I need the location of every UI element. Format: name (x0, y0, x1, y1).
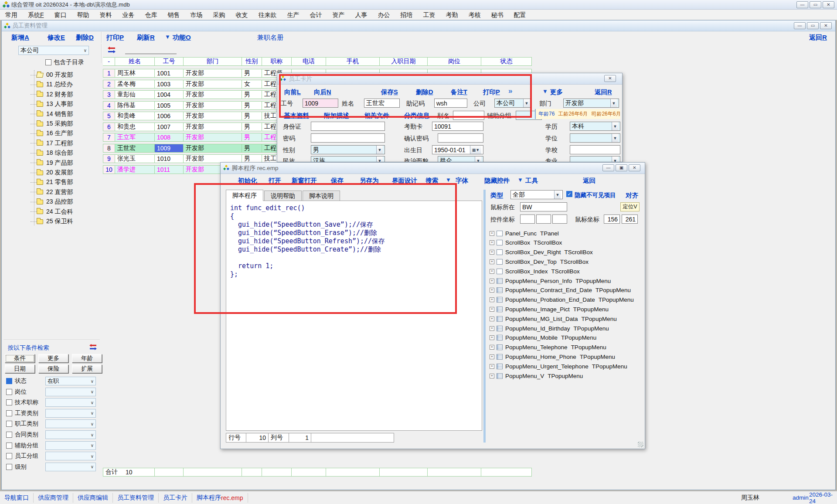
expand-plus-icon[interactable]: + (490, 374, 494, 378)
control-z-field[interactable] (552, 215, 567, 224)
control-tree-item[interactable]: + PopupMenu_V TPopupMenu (490, 371, 583, 380)
department-tree-item[interactable]: 00 开发部 (46, 71, 73, 79)
password-field[interactable] (311, 133, 385, 143)
menu-item[interactable]: 招培 (395, 10, 418, 20)
resize-grip[interactable] (638, 442, 643, 447)
control-tree-item[interactable]: + PopupMenu_Person_Info TPopupMenu (490, 276, 611, 285)
company-select[interactable]: 本公司 ∨ (18, 46, 89, 55)
control-tree-item[interactable]: + ScrollBox_Dev_Right TScrollBox (490, 248, 593, 257)
empno-cell[interactable]: 1008 (155, 133, 184, 142)
control-tree-item[interactable]: + PopupMenu_Home_Phone TPopupMenu (490, 352, 615, 361)
menu-item[interactable]: 帮助 (72, 10, 95, 20)
tools-button[interactable]: 工具 (525, 177, 538, 185)
empno-cell[interactable]: 1007 (155, 123, 184, 131)
back-button[interactable]: 返回R (809, 34, 827, 42)
column-header[interactable]: 电话 (292, 57, 326, 66)
open-button[interactable]: 打开 (269, 177, 281, 185)
department-tree-item[interactable]: 23 品控部 (46, 198, 73, 206)
idcard-field[interactable] (311, 122, 385, 131)
arrow-down-icon[interactable]: ▼ (446, 177, 451, 183)
empno-cell[interactable]: 1004 (155, 90, 184, 99)
menu-item[interactable]: 秘书 (486, 10, 509, 20)
filter-checkbox[interactable] (6, 421, 12, 427)
gender-cell[interactable]: 男 (242, 101, 262, 110)
mouse-at-field[interactable]: BW (520, 202, 567, 211)
tab-help[interactable]: 说明帮助 (264, 191, 302, 201)
column-header[interactable]: 手机 (326, 57, 380, 66)
roster-button[interactable]: 兼职名册 (257, 34, 283, 42)
card-more-button[interactable]: 更多 (550, 88, 563, 96)
major-field[interactable]: ▼ (570, 156, 620, 162)
chevrons-right-icon[interactable]: » (508, 87, 512, 95)
department-tree-item[interactable]: 24 工会科 (46, 208, 73, 216)
menu-item[interactable]: 考核 (463, 10, 486, 20)
column-header[interactable]: 性别 (242, 57, 262, 66)
gender-cell[interactable]: 男 (242, 154, 262, 163)
filter-select[interactable]: ∨ (45, 463, 96, 471)
expand-plus-icon[interactable]: + (490, 317, 494, 321)
column-header[interactable]: 状态 (481, 57, 532, 66)
card-save-button[interactable]: 保存S (381, 88, 398, 96)
menu-item[interactable]: 工资 (418, 10, 441, 20)
gender-cell[interactable]: 女 (242, 80, 262, 89)
expand-plus-icon[interactable]: + (490, 345, 494, 350)
gender-cell[interactable]: 男 (242, 112, 262, 120)
child-restore-icon[interactable]: ▭ (807, 22, 819, 29)
mouse-y-field[interactable]: 261 (622, 215, 638, 224)
nation-field[interactable]: 汉族▼ (311, 156, 385, 162)
tab-category-info[interactable]: 分类信息 (404, 112, 429, 120)
date-button[interactable]: 日期 (5, 364, 35, 373)
child-close-icon[interactable]: ✕ (820, 22, 832, 29)
child-minimize-icon[interactable]: — (794, 22, 806, 29)
control-tree-item[interactable]: + PopupMenu_Telephone TPopupMenu (490, 343, 606, 352)
dept-cell[interactable]: 开发部 (184, 123, 242, 131)
menu-item[interactable]: 仓库 (140, 10, 163, 20)
filter-checkbox[interactable] (6, 378, 12, 384)
alias-field[interactable] (453, 111, 484, 120)
filter-checkbox[interactable] (6, 399, 12, 405)
card-back-button[interactable]: 返回R (595, 88, 612, 96)
menu-item[interactable]: 生产 (282, 10, 305, 20)
mnemonic-field[interactable]: wsh (434, 99, 467, 108)
name-cell[interactable]: 陈伟基 (115, 101, 155, 110)
name-cell[interactable]: 和贵峰 (115, 112, 155, 120)
expand-plus-icon[interactable]: + (490, 288, 494, 293)
menu-item[interactable]: 采购 (208, 10, 231, 20)
condition-button[interactable]: 条件 (5, 354, 35, 363)
filter-checkbox[interactable] (6, 443, 12, 449)
filter-select[interactable]: ∨ (45, 419, 96, 428)
swap-sort-icon[interactable] (89, 344, 97, 350)
department-tree-item[interactable]: 25 保卫科 (46, 218, 73, 225)
script-minimize-icon[interactable]: — (602, 164, 614, 171)
control-tree-item[interactable]: + PopupMenu_Mobile TPopupMenu (490, 334, 596, 342)
menu-item[interactable]: 人事 (350, 10, 373, 20)
tab-script[interactable]: 脚本程序 (226, 190, 263, 201)
refresh-button[interactable]: 刷新R (137, 34, 155, 42)
control-x-field[interactable] (520, 215, 535, 224)
splitter-handle[interactable] (483, 190, 486, 443)
birthdate-field[interactable]: 1950-01-01▦▼ (432, 145, 483, 154)
save-button[interactable]: 保存 (331, 177, 344, 185)
name-cell[interactable]: 张光玉 (115, 154, 155, 163)
menu-item[interactable]: 资料 (95, 10, 117, 20)
filter-select[interactable]: 在职 ∨ (45, 377, 96, 385)
save-as-button[interactable]: 另存为 (360, 177, 379, 185)
script-back-button[interactable]: 返回 (583, 177, 595, 185)
department-tree-item[interactable]: 18 综合部 (46, 149, 73, 157)
filter-select[interactable]: ∨ (45, 441, 96, 450)
name-cell[interactable]: 周玉林 (115, 69, 155, 78)
gender-cell[interactable]: 男 (242, 90, 262, 99)
menu-item[interactable]: 考勤 (441, 10, 463, 20)
filter-select[interactable]: ∨ (45, 398, 96, 407)
expand-plus-icon[interactable]: + (490, 231, 494, 236)
function-button[interactable]: 功能O (173, 34, 191, 42)
filter-select[interactable]: ∨ (45, 409, 96, 418)
menu-item[interactable]: 系统F (23, 10, 49, 20)
name-cell[interactable]: 孟冬梅 (115, 80, 155, 89)
delete-button[interactable]: 删除D (76, 34, 94, 42)
tab-related-files[interactable]: 相关文件 (364, 112, 389, 120)
search-button[interactable]: 搜索 (425, 177, 438, 185)
expand-plus-icon[interactable]: + (490, 269, 494, 274)
maximize-icon[interactable]: ▭ (810, 1, 821, 8)
control-tree-item[interactable]: + PopupMenu_MG_List_Data TPopupMenu (490, 314, 617, 323)
